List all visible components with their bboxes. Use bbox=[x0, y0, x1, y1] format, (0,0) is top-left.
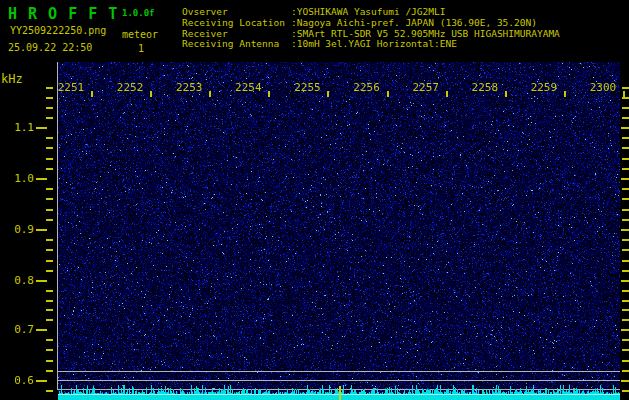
datetime-label: 25.09.22 22:50 bbox=[8, 42, 92, 53]
info-value: :Nagoya Aichi-pref. JAPAN (136.90E, 35.2… bbox=[291, 17, 537, 28]
y-axis-minor-tick bbox=[46, 137, 53, 139]
y-axis-major-tick-right bbox=[621, 229, 629, 231]
y-axis-minor-tick-right bbox=[622, 390, 629, 392]
x-axis-tick bbox=[564, 91, 566, 97]
info-value: :10mH 3el.YAGI Horizontal:ENE bbox=[291, 38, 457, 49]
y-axis-minor-tick-right bbox=[622, 188, 629, 190]
y-axis-major-tick-right bbox=[621, 380, 629, 382]
y-axis-unit: kHz bbox=[1, 73, 23, 85]
y-axis-minor-tick bbox=[46, 87, 53, 89]
y-axis-minor-tick-right bbox=[622, 290, 629, 292]
count-label: 1 bbox=[138, 43, 144, 54]
signal-reference-line bbox=[58, 380, 620, 381]
x-axis-tick bbox=[91, 91, 93, 97]
x-axis-label: 2259 bbox=[531, 82, 558, 94]
y-axis-minor-tick bbox=[46, 97, 53, 99]
y-axis-minor-tick-right bbox=[622, 370, 629, 372]
y-axis-minor-tick bbox=[46, 260, 53, 262]
x-axis-label: 2254 bbox=[235, 82, 262, 94]
y-axis-label: 1.1 bbox=[4, 122, 34, 134]
info-value: :YOSHIKAWA Yasufumi /JG2MLI bbox=[291, 6, 445, 17]
y-axis-minor-tick-right bbox=[622, 147, 629, 149]
y-axis-minor-tick-right bbox=[622, 158, 629, 160]
y-axis-minor-tick bbox=[46, 219, 53, 221]
y-axis-minor-tick bbox=[46, 309, 53, 311]
y-axis-major-tick bbox=[36, 178, 47, 180]
info-label: Receiving Location bbox=[182, 18, 291, 29]
x-axis-tick bbox=[150, 91, 152, 97]
y-axis-minor-tick bbox=[46, 188, 53, 190]
info-value: :SMArt RTL-SDR V5 52.905MHz USB HIGASHIM… bbox=[291, 28, 560, 39]
hrofft-screen: H R O F F T 1.0.0f YY2509222250.png mete… bbox=[0, 0, 629, 400]
y-axis-minor-tick-right bbox=[622, 137, 629, 139]
y-axis-minor-tick-right bbox=[622, 117, 629, 119]
x-axis-tick bbox=[327, 91, 329, 97]
y-axis-minor-tick-right bbox=[622, 168, 629, 170]
y-axis-minor-tick-right bbox=[622, 239, 629, 241]
y-axis-label: 0.6 bbox=[4, 375, 34, 387]
x-axis-tick bbox=[209, 91, 211, 97]
y-axis-major-tick bbox=[36, 127, 47, 129]
mode-label: meteor bbox=[122, 29, 158, 40]
y-axis-minor-tick bbox=[46, 360, 53, 362]
y-axis-minor-tick bbox=[46, 349, 53, 351]
y-axis-minor-tick bbox=[46, 107, 53, 109]
x-axis-label: 2253 bbox=[176, 82, 203, 94]
y-axis-minor-tick bbox=[46, 339, 53, 341]
y-axis-minor-tick bbox=[46, 270, 53, 272]
y-axis-major-tick bbox=[36, 329, 47, 331]
x-axis-tick bbox=[505, 91, 507, 97]
x-axis-label: 2257 bbox=[412, 82, 439, 94]
y-axis-label: 0.7 bbox=[4, 324, 34, 336]
output-filename: YY2509222250.png bbox=[10, 25, 106, 36]
x-axis-label: 2255 bbox=[294, 82, 321, 94]
y-axis-minor-tick bbox=[46, 117, 53, 119]
y-axis-minor-tick bbox=[46, 239, 53, 241]
y-axis-minor-tick-right bbox=[622, 360, 629, 362]
y-axis-minor-tick-right bbox=[622, 219, 629, 221]
station-info-row: Receiving Antenna:10mH 3el.YAGI Horizont… bbox=[182, 39, 457, 50]
y-axis-minor-tick bbox=[46, 390, 53, 392]
y-axis-minor-tick bbox=[46, 158, 53, 160]
y-axis-minor-tick-right bbox=[622, 300, 629, 302]
y-axis-minor-tick-right bbox=[622, 270, 629, 272]
y-axis-minor-tick-right bbox=[622, 319, 629, 321]
x-axis-tick bbox=[268, 91, 270, 97]
signal-level-trace-canvas bbox=[58, 385, 620, 400]
y-axis-minor-tick bbox=[46, 168, 53, 170]
y-axis-minor-tick-right bbox=[622, 249, 629, 251]
y-axis-line bbox=[57, 62, 58, 390]
y-axis-minor-tick bbox=[46, 249, 53, 251]
y-axis-minor-tick-right bbox=[622, 198, 629, 200]
x-axis-label: 2258 bbox=[472, 82, 499, 94]
x-axis-tick bbox=[446, 91, 448, 97]
y-axis-minor-tick-right bbox=[622, 209, 629, 211]
x-axis-label: 2256 bbox=[353, 82, 380, 94]
y-axis-minor-tick bbox=[46, 300, 53, 302]
signal-reference-line bbox=[58, 371, 620, 372]
y-axis-label: 0.8 bbox=[4, 275, 34, 287]
x-axis-label: 2252 bbox=[117, 82, 144, 94]
y-axis-minor-tick-right bbox=[622, 87, 629, 89]
y-axis-minor-tick bbox=[46, 290, 53, 292]
y-axis-minor-tick-right bbox=[622, 107, 629, 109]
y-axis-label: 1.0 bbox=[4, 173, 34, 185]
x-axis-label: 2300 bbox=[590, 82, 617, 94]
y-axis-minor-tick-right bbox=[622, 309, 629, 311]
spectrogram-noise-canvas bbox=[58, 62, 620, 400]
y-axis-minor-tick bbox=[46, 370, 53, 372]
y-axis-major-tick-right bbox=[621, 329, 629, 331]
y-axis-minor-tick-right bbox=[622, 349, 629, 351]
y-axis-minor-tick bbox=[46, 319, 53, 321]
y-axis-major-tick bbox=[36, 380, 47, 382]
y-axis-major-tick bbox=[36, 280, 47, 282]
y-axis-minor-tick bbox=[46, 209, 53, 211]
y-axis-major-tick-right bbox=[621, 127, 629, 129]
y-axis-minor-tick bbox=[46, 147, 53, 149]
y-axis-major-tick-right bbox=[621, 280, 629, 282]
y-axis-major-tick bbox=[36, 229, 47, 231]
y-axis-minor-tick bbox=[46, 198, 53, 200]
y-axis-minor-tick-right bbox=[622, 339, 629, 341]
y-axis-minor-tick-right bbox=[622, 260, 629, 262]
app-version: 1.0.0f bbox=[122, 8, 155, 18]
